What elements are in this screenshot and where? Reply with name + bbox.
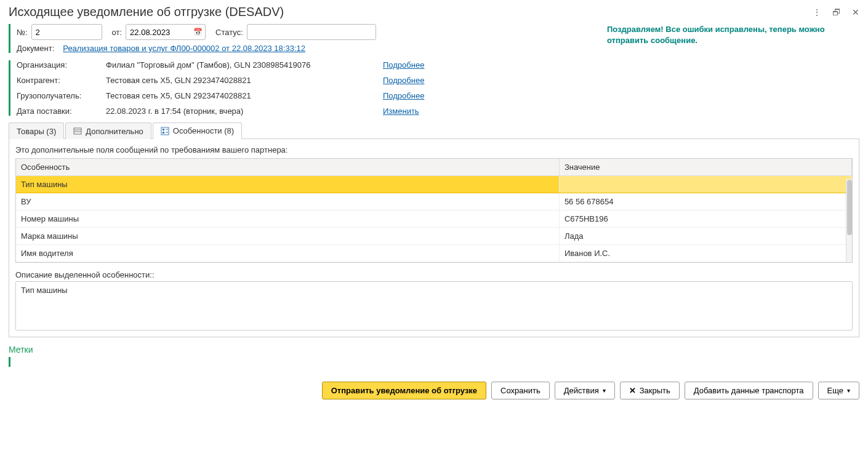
close-window-icon[interactable]: ✕ <box>852 7 859 17</box>
svg-rect-0 <box>74 128 81 134</box>
status-label: Статус: <box>215 28 243 37</box>
cell-value <box>559 176 851 193</box>
tab-features-label: Особенности (8) <box>173 126 234 135</box>
delivery-date-value: 22.08.2023 г. в 17:54 (вторник, вчера) <box>106 106 383 116</box>
table-row[interactable]: Имя водителя Иванов И.С. <box>16 245 852 262</box>
description-label: Описание выделенной особенности:: <box>15 270 853 279</box>
counterparty-label: Контрагент: <box>17 76 106 85</box>
more-button[interactable]: Еще <box>818 382 859 399</box>
restore-window-icon[interactable]: 🗗 <box>832 7 841 17</box>
number-label: №: <box>17 28 28 37</box>
table-row[interactable]: Марка машины Лада <box>16 228 852 245</box>
from-label: от: <box>112 28 123 37</box>
tab-goods[interactable]: Товары (3) <box>9 122 64 139</box>
counterparty-more-link[interactable]: Подробнее <box>383 76 463 85</box>
column-feature[interactable]: Особенность <box>16 159 559 176</box>
number-input[interactable] <box>31 24 102 40</box>
tab-additional[interactable]: Дополнительно <box>65 122 151 139</box>
close-button-label: Закрыть <box>640 386 670 395</box>
counterparty-value: Тестовая сеть X5, GLN 2923474028821 <box>106 76 383 85</box>
marks-label[interactable]: Метки <box>9 345 859 355</box>
actions-button[interactable]: Действия <box>555 382 615 399</box>
cell-feature: Марка машины <box>16 228 559 245</box>
page-title: Исходящее уведомление об отгрузке (DESAD… <box>9 5 284 19</box>
tab-features[interactable]: Особенности (8) <box>153 122 242 139</box>
tab-additional-label: Дополнительно <box>86 127 143 136</box>
cell-value: Лада <box>559 228 851 245</box>
save-button[interactable]: Сохранить <box>491 382 550 399</box>
cell-value: С675НВ196 <box>559 210 851 228</box>
cell-feature: Имя водителя <box>16 245 559 262</box>
additional-icon <box>73 127 82 135</box>
document-link[interactable]: Реализация товаров и услуг ФЛ00-000002 о… <box>63 44 305 53</box>
description-text: Тип машины <box>21 286 68 295</box>
svg-rect-5 <box>163 132 164 134</box>
table-row[interactable]: ВУ 56 56 678654 <box>16 193 852 210</box>
cell-feature: Тип машины <box>16 176 559 193</box>
add-transport-button[interactable]: Добавить данные транспорта <box>685 382 813 399</box>
org-label: Организация: <box>17 60 106 70</box>
delivery-date-label: Дата поставки: <box>17 106 106 116</box>
cell-feature: Номер машины <box>16 210 559 228</box>
close-icon: ✕ <box>629 386 636 395</box>
consignee-value: Тестовая сеть X5, GLN 2923474028821 <box>106 91 383 100</box>
cell-feature: ВУ <box>16 193 559 210</box>
cell-value: 56 56 678654 <box>559 193 851 210</box>
send-button[interactable]: Отправить уведомление об отгрузке <box>322 382 486 399</box>
success-message: Поздравляем! Все ошибки исправлены, тепе… <box>607 24 859 53</box>
svg-rect-4 <box>163 129 164 130</box>
features-icon <box>161 127 169 135</box>
table-row[interactable]: Тип машины <box>16 176 852 193</box>
consignee-label: Грузополучатель: <box>17 91 106 100</box>
org-value: Филиал "Торговый дом" (Тамбов), GLN 2308… <box>106 60 383 70</box>
description-box[interactable]: Тип машины <box>15 281 853 331</box>
document-label: Документ: <box>17 44 54 53</box>
consignee-more-link[interactable]: Подробнее <box>383 91 463 100</box>
svg-rect-3 <box>161 127 169 135</box>
status-input[interactable] <box>247 24 376 40</box>
cell-value: Иванов И.С. <box>559 245 851 262</box>
close-button[interactable]: ✕ Закрыть <box>620 382 680 399</box>
date-input[interactable] <box>126 24 206 40</box>
table-scrollbar[interactable] <box>846 179 852 262</box>
tab-goods-label: Товары (3) <box>17 127 56 136</box>
table-row[interactable]: Номер машины С675НВ196 <box>16 210 852 228</box>
marks-bar <box>9 357 859 367</box>
features-table: Особенность Значение Тип машины ВУ 56 56… <box>16 159 852 262</box>
delivery-change-link[interactable]: Изменить <box>383 106 463 116</box>
column-value[interactable]: Значение <box>559 159 851 176</box>
org-more-link[interactable]: Подробнее <box>383 60 463 70</box>
features-hint: Это дополнительные поля сообщений по тре… <box>15 145 853 154</box>
kebab-menu-icon[interactable]: ⋮ <box>813 7 821 17</box>
